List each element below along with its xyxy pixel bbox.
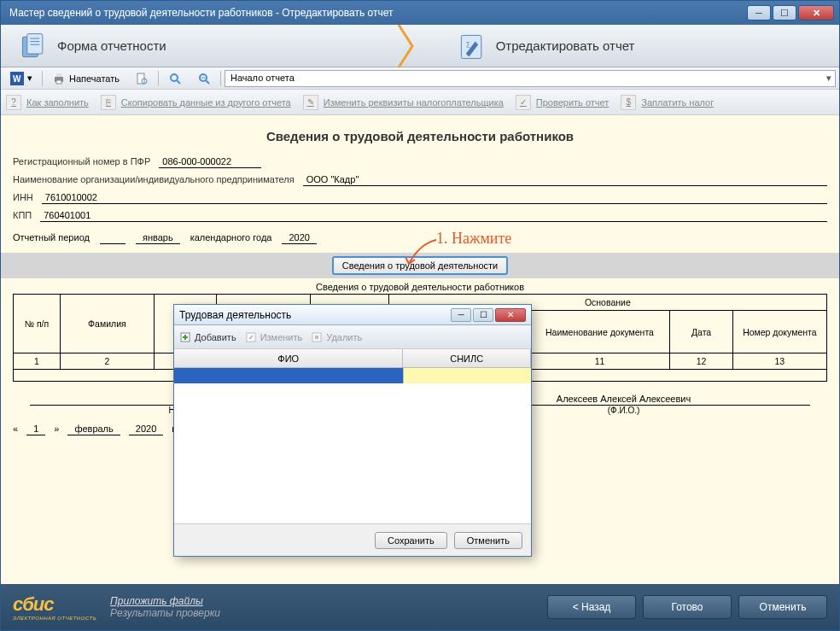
table-caption: Сведения о трудовой деятельности работни… — [13, 282, 827, 292]
svg-rect-10 — [56, 73, 61, 77]
svg-line-15 — [177, 80, 180, 84]
copy-icon: ⎘ — [101, 95, 116, 110]
dialog-cancel-button[interactable]: Отменить — [454, 532, 522, 549]
save-button[interactable]: Сохранить — [375, 532, 447, 549]
attach-files-link[interactable]: Приложить файлы — [110, 595, 220, 607]
period-year[interactable]: 2020 — [282, 232, 316, 244]
add-button[interactable]: Добавить — [179, 331, 236, 343]
zoom-actual-button[interactable] — [162, 69, 188, 88]
zoom-fit-button[interactable] — [191, 69, 217, 88]
main-toolbar: W▾ Напечатать Начало отчета — [1, 67, 839, 90]
print-button[interactable]: Напечатать — [46, 69, 125, 88]
period-label: Отчетный период — [13, 232, 90, 242]
word-icon: W — [10, 72, 24, 85]
period-month[interactable]: январь — [136, 232, 180, 244]
copy-data-link[interactable]: ⎘Скопировать данные из другого отчета — [101, 95, 291, 110]
kpp-label: КПП — [13, 210, 32, 220]
dialog-titlebar[interactable]: Трудовая деятельность ─ ☐ ✕ — [174, 305, 531, 325]
document-title: Сведения о трудовой деятельности работни… — [13, 129, 827, 143]
check-icon: ✓ — [516, 95, 531, 110]
delete-icon — [311, 331, 323, 343]
print-label: Напечатать — [69, 73, 120, 84]
th-num: № п/п — [14, 295, 61, 353]
pay-tax-link[interactable]: $Заплатить налог — [621, 95, 714, 110]
wizard-header: Форма отчетности ∑ Отредактировать отчет — [1, 25, 839, 67]
section-dropdown[interactable]: Начало отчета — [225, 70, 836, 87]
info-strip: Сведения о трудовой деятельности — [1, 253, 839, 278]
wizard-step-edit[interactable]: ∑ Отредактировать отчет — [440, 31, 652, 61]
dialog-maximize-button[interactable]: ☐ — [473, 308, 493, 322]
word-export-button[interactable]: W▾ — [4, 69, 38, 88]
maximize-button[interactable]: ☐ — [773, 5, 796, 20]
print-month[interactable]: февраль — [67, 424, 120, 435]
colnum-1: 1 — [14, 353, 61, 370]
dialog-grid-body[interactable] — [174, 368, 531, 523]
svg-rect-11 — [56, 80, 61, 84]
dialog-grid-header: ФИО СНИЛС — [174, 349, 531, 368]
dropdown-value: Начало отчета — [230, 73, 295, 83]
reg-label: Регистрационный номер в ПФР — [13, 156, 150, 167]
th-date: Дата — [670, 311, 732, 353]
reg-value[interactable]: 086-000-000022 — [159, 155, 261, 168]
svg-line-17 — [206, 80, 209, 84]
help-icon: ? — [6, 95, 21, 110]
kpp-value[interactable]: 760401001 — [40, 209, 827, 222]
colnum-13: 13 — [732, 353, 826, 370]
zoom-icon — [168, 72, 182, 85]
back-button[interactable]: < Назад — [547, 595, 636, 619]
col-fio[interactable]: ФИО — [174, 349, 403, 367]
pencil-icon — [245, 331, 257, 343]
labor-info-button[interactable]: Сведения о трудовой деятельности — [332, 256, 508, 275]
cell-snils[interactable] — [404, 368, 531, 383]
tool-button-1[interactable] — [129, 69, 155, 88]
inn-value[interactable]: 7610010002 — [42, 191, 827, 204]
edit-icon: ✎ — [303, 95, 318, 110]
dialog-footer: Сохранить Отменить — [174, 523, 531, 556]
table-row[interactable] — [174, 368, 531, 383]
logo: сбис ЭЛЕКТРОННАЯ ОТЧЕТНОСТЬ — [13, 593, 96, 621]
print-day[interactable]: 1 — [26, 424, 45, 435]
inn-label: ИНН — [13, 192, 33, 202]
print-year[interactable]: 2020 — [129, 424, 163, 435]
svg-rect-1 — [27, 33, 43, 53]
printer-icon — [52, 72, 66, 85]
dialog-toolbar: Добавить Изменить Удалить — [174, 325, 531, 349]
action-toolbar: ?Как заполнить ⎘Скопировать данные из др… — [1, 90, 839, 115]
change-requisites-link[interactable]: ✎Изменить реквизиты налогоплательщика — [303, 95, 504, 110]
dialog-minimize-button[interactable]: ─ — [451, 308, 471, 322]
cell-fio[interactable] — [174, 368, 404, 383]
wizard-step1-label: Форма отчетности — [57, 38, 166, 53]
delete-button[interactable]: Удалить — [311, 331, 362, 343]
edit-button[interactable]: Изменить — [245, 331, 303, 343]
labor-activity-dialog: Трудовая деятельность ─ ☐ ✕ Добавить Изм… — [173, 304, 532, 557]
dialog-close-button[interactable]: ✕ — [495, 308, 526, 322]
edit-report-icon: ∑ — [457, 31, 487, 61]
th-docnum: Номер документа — [732, 311, 826, 353]
close-button[interactable]: ✕ — [798, 5, 834, 20]
svg-text:∑: ∑ — [466, 40, 470, 48]
org-value[interactable]: ООО "Кадр" — [303, 173, 827, 186]
howto-link[interactable]: ?Как заполнить — [6, 95, 89, 110]
org-label: Наименование организации/индивидуального… — [13, 174, 295, 184]
minimize-button[interactable]: ─ — [747, 5, 771, 20]
check-report-link[interactable]: ✓Проверить отчет — [516, 95, 610, 110]
th-docname: Наименование документа — [529, 311, 670, 353]
wizard-step-form[interactable]: Форма отчетности — [1, 31, 184, 61]
bottom-bar: сбис ЭЛЕКТРОННАЯ ОТЧЕТНОСТЬ Приложить фа… — [1, 584, 839, 630]
cancel-button[interactable]: Отменить — [738, 595, 827, 619]
zoom-fit-icon — [197, 72, 211, 85]
check-results-label: Результаты проверки — [110, 607, 220, 619]
form-icon — [18, 31, 49, 61]
page-icon — [135, 72, 149, 85]
year-label: календарного года — [190, 232, 272, 242]
period-blank[interactable] — [100, 232, 125, 244]
pay-icon: $ — [621, 95, 636, 110]
colnum-11: 11 — [529, 353, 670, 370]
bottom-links: Приложить файлы Результаты проверки — [110, 595, 220, 619]
colnum-2: 2 — [60, 353, 154, 370]
dialog-title: Трудовая деятельность — [179, 309, 451, 321]
ready-button[interactable]: Готово — [643, 595, 732, 619]
wizard-arrow-icon — [397, 25, 423, 67]
window-title: Мастер сведений о трудовой деятельности … — [6, 7, 747, 19]
col-snils[interactable]: СНИЛС — [403, 349, 531, 367]
